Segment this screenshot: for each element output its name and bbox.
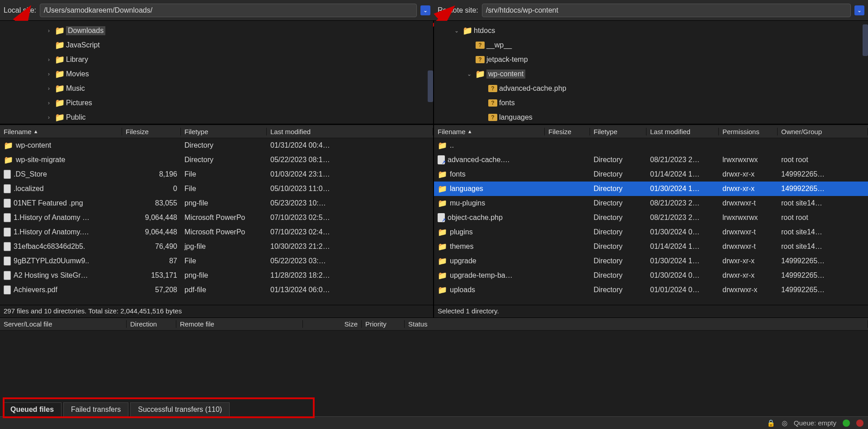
- file-row[interactable]: pluginsDirectory01/30/2024 0…drwxrwxr-tr…: [434, 225, 868, 239]
- file-row[interactable]: object-cache.phpDirectory08/21/2023 2…lr…: [434, 210, 868, 225]
- file-name: 9gBZTYPLdz0Uumw9..: [14, 257, 89, 265]
- local-status-line: 297 files and 10 directories. Total size…: [0, 305, 433, 317]
- remote-col-filetype[interactable]: Filetype: [590, 128, 646, 135]
- file-row[interactable]: 31efbac4c68346d2b5.76,490jpg-file10/30/2…: [0, 239, 433, 254]
- tree-item[interactable]: JavaScript: [0, 38, 433, 52]
- file-row[interactable]: .localized0File05/10/2023 11:0…: [0, 182, 433, 196]
- tree-item-label: Public: [66, 113, 86, 121]
- tree-item[interactable]: ›Public: [0, 110, 433, 125]
- disclosure-icon[interactable]: ›: [44, 28, 53, 34]
- file-name: wp-content: [16, 141, 51, 149]
- local-col-filename[interactable]: Filename▲: [0, 128, 122, 135]
- tree-item[interactable]: ⌄htdocs: [434, 23, 868, 38]
- file-name: plugins: [450, 228, 473, 236]
- remote-site-path-input[interactable]: [482, 4, 851, 17]
- file-type: Microsoft PowerPo: [181, 214, 267, 222]
- local-col-filesize[interactable]: Filesize: [122, 128, 181, 135]
- remote-col-permissions[interactable]: Permissions: [719, 128, 778, 135]
- tree-item-label: Movies: [66, 70, 89, 78]
- remote-col-modified[interactable]: Last modified: [646, 128, 719, 135]
- disclosure-icon[interactable]: ›: [44, 85, 53, 92]
- disclosure-icon[interactable]: ⌄: [452, 28, 461, 34]
- queue-col-remotefile[interactable]: Remote file: [176, 320, 303, 328]
- tree-item[interactable]: ›Movies: [0, 67, 433, 81]
- tree-item[interactable]: ?__wp__: [434, 38, 868, 52]
- file-row[interactable]: 1.History of Anatomy.…9,064,448Microsoft…: [0, 225, 433, 239]
- disclosure-icon[interactable]: ⌄: [465, 71, 474, 77]
- file-row[interactable]: advanced-cache.…Directory08/21/2023 2…lr…: [434, 153, 868, 167]
- tree-item[interactable]: ›Music: [0, 81, 433, 96]
- tree-item[interactable]: ?languages: [434, 110, 868, 125]
- file-type: Directory: [590, 199, 646, 207]
- queue-col-priority[interactable]: Priority: [362, 320, 405, 328]
- file-mod: 01/31/2024 00:4…: [267, 141, 433, 149]
- file-row[interactable]: languagesDirectory01/30/2024 1…drwxr-xr-…: [434, 182, 868, 196]
- disclosure-icon[interactable]: ›: [44, 114, 53, 121]
- file-row[interactable]: fontsDirectory01/14/2024 1…drwxr-xr-x149…: [434, 167, 868, 182]
- tree-item[interactable]: ?advanced-cache.php: [434, 81, 868, 96]
- queue-header: Server/Local file Direction Remote file …: [0, 318, 868, 331]
- tree-item[interactable]: ?jetpack-temp: [434, 52, 868, 67]
- file-row[interactable]: ..: [434, 138, 868, 153]
- file-type: Directory: [181, 141, 267, 149]
- tree-item[interactable]: ?fonts: [434, 96, 868, 110]
- file-icon: [4, 170, 11, 179]
- file-own: 149992265…: [778, 185, 868, 193]
- file-row[interactable]: mu-pluginsDirectory08/21/2023 2…drwxrwxr…: [434, 196, 868, 210]
- remote-col-filename[interactable]: Filename▲: [434, 128, 545, 135]
- tab-queued-files[interactable]: Queued files: [3, 402, 61, 416]
- tree-item[interactable]: ›Pictures: [0, 96, 433, 110]
- disclosure-icon[interactable]: ›: [44, 71, 53, 77]
- file-own: 149992265…: [778, 170, 868, 178]
- splitter-handle[interactable]: [863, 24, 868, 56]
- tab-successful-transfers[interactable]: Successful transfers (110): [130, 402, 230, 416]
- tree-item-label: Library: [66, 56, 88, 64]
- disclosure-icon[interactable]: ›: [44, 56, 53, 63]
- file-name: 01NET Featured .png: [14, 199, 83, 207]
- file-row[interactable]: upgrade-temp-ba…Directory01/30/2024 0…dr…: [434, 268, 868, 283]
- file-row[interactable]: uploadsDirectory01/01/2024 0…drwxrwxr-x1…: [434, 283, 868, 297]
- file-icon: [4, 199, 11, 208]
- file-type: Directory: [590, 257, 646, 265]
- lock-icon[interactable]: [767, 419, 775, 427]
- local-tree[interactable]: ›DownloadsJavaScript›Library›Movies›Musi…: [0, 21, 433, 125]
- file-mod: 01/01/2024 0…: [646, 286, 719, 294]
- file-row[interactable]: wp-site-migrateDirectory05/22/2023 08:1…: [0, 153, 433, 167]
- tree-item[interactable]: ⌄wp-content: [434, 67, 868, 81]
- remote-file-list[interactable]: ..advanced-cache.…Directory08/21/2023 2……: [434, 138, 868, 305]
- local-col-modified[interactable]: Last modified: [267, 128, 433, 135]
- file-type: Directory: [181, 156, 267, 164]
- disclosure-icon[interactable]: ›: [44, 100, 53, 106]
- file-row[interactable]: .DS_Store8,196File01/03/2024 23:1…: [0, 167, 433, 182]
- file-row[interactable]: themesDirectory01/14/2024 1…drwxrwxr-tro…: [434, 239, 868, 254]
- folder-icon: [438, 199, 447, 208]
- local-site-path-input[interactable]: [40, 4, 417, 17]
- file-row[interactable]: 01NET Featured .png83,055png-file05/23/2…: [0, 196, 433, 210]
- file-size: 83,055: [122, 199, 181, 207]
- queue-col-size[interactable]: Size: [303, 320, 362, 328]
- queue-body[interactable]: [0, 331, 868, 398]
- folder-unknown-icon: ?: [476, 42, 485, 49]
- local-site-dropdown-icon[interactable]: ⌄: [420, 5, 430, 15]
- tree-item[interactable]: ›Downloads: [0, 23, 433, 38]
- activity-icon[interactable]: [782, 419, 788, 427]
- folder-unknown-icon: ?: [488, 99, 497, 107]
- queue-col-direction[interactable]: Direction: [127, 320, 176, 328]
- local-file-list[interactable]: wp-contentDirectory01/31/2024 00:4…wp-si…: [0, 138, 433, 305]
- file-row[interactable]: 1.History of Anatomy …9,064,448Microsoft…: [0, 210, 433, 225]
- remote-site-dropdown-icon[interactable]: ⌄: [854, 5, 864, 15]
- tab-failed-transfers[interactable]: Failed transfers: [63, 402, 128, 416]
- local-col-filetype[interactable]: Filetype: [181, 128, 267, 135]
- remote-col-filesize[interactable]: Filesize: [545, 128, 590, 135]
- splitter-handle[interactable]: [428, 70, 433, 102]
- file-row[interactable]: A2 Hosting vs SiteGr…153,171png-file11/2…: [0, 268, 433, 283]
- file-row[interactable]: Achievers.pdf57,208pdf-file01/13/2024 06…: [0, 283, 433, 297]
- queue-col-status[interactable]: Status: [405, 320, 868, 328]
- remote-tree[interactable]: ⌄htdocs?__wp__?jetpack-temp⌄wp-content?a…: [434, 21, 868, 125]
- remote-col-owner[interactable]: Owner/Group: [778, 128, 868, 135]
- file-row[interactable]: 9gBZTYPLdz0Uumw9..87File05/22/2023 03:…: [0, 254, 433, 268]
- queue-col-localfile[interactable]: Server/Local file: [0, 320, 127, 328]
- file-row[interactable]: wp-contentDirectory01/31/2024 00:4…: [0, 138, 433, 153]
- file-row[interactable]: upgradeDirectory01/30/2024 1…drwxr-xr-x1…: [434, 254, 868, 268]
- tree-item[interactable]: ›Library: [0, 52, 433, 67]
